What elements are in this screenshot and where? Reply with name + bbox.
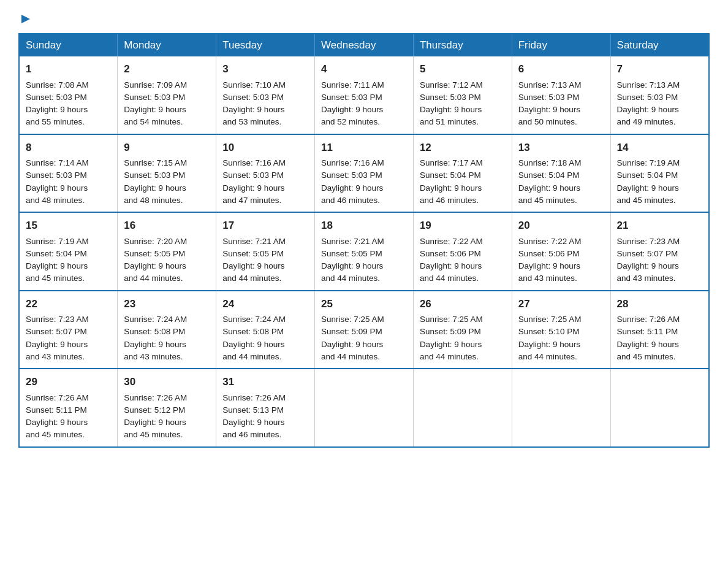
col-header-tuesday: Tuesday — [216, 34, 315, 56]
calendar-day-cell: 2 Sunrise: 7:09 AMSunset: 5:03 PMDayligh… — [118, 56, 216, 134]
day-number: 1 — [26, 61, 111, 77]
day-number: 19 — [420, 218, 506, 234]
calendar-day-cell: 30 Sunrise: 7:26 AMSunset: 5:12 PMDaylig… — [118, 369, 216, 447]
calendar-day-cell: 17 Sunrise: 7:21 AMSunset: 5:05 PMDaylig… — [216, 212, 315, 291]
day-number: 8 — [26, 140, 111, 156]
calendar-table: SundayMondayTuesdayWednesdayThursdayFrid… — [18, 33, 710, 448]
day-number: 28 — [617, 296, 702, 312]
day-number: 16 — [124, 218, 210, 234]
calendar-day-cell: 26 Sunrise: 7:25 AMSunset: 5:09 PMDaylig… — [413, 291, 512, 369]
day-number: 25 — [321, 296, 407, 312]
day-info: Sunrise: 7:16 AMSunset: 5:03 PMDaylight:… — [222, 158, 286, 205]
calendar-day-cell — [512, 369, 610, 447]
day-number: 2 — [124, 61, 210, 77]
day-info: Sunrise: 7:13 AMSunset: 5:03 PMDaylight:… — [617, 80, 680, 127]
calendar-day-cell: 28 Sunrise: 7:26 AMSunset: 5:11 PMDaylig… — [610, 291, 709, 369]
calendar-day-cell: 25 Sunrise: 7:25 AMSunset: 5:09 PMDaylig… — [315, 291, 414, 369]
day-number: 6 — [518, 61, 604, 77]
day-info: Sunrise: 7:22 AMSunset: 5:06 PMDaylight:… — [518, 237, 582, 283]
day-info: Sunrise: 7:23 AMSunset: 5:07 PMDaylight:… — [26, 315, 89, 361]
calendar-day-cell — [413, 369, 512, 447]
calendar-day-cell: 3 Sunrise: 7:10 AMSunset: 5:03 PMDayligh… — [216, 56, 315, 134]
calendar-day-cell: 12 Sunrise: 7:17 AMSunset: 5:04 PMDaylig… — [413, 134, 512, 213]
calendar-day-cell: 4 Sunrise: 7:11 AMSunset: 5:03 PMDayligh… — [315, 56, 414, 134]
day-info: Sunrise: 7:10 AMSunset: 5:03 PMDaylight:… — [222, 80, 286, 127]
calendar-day-cell: 9 Sunrise: 7:15 AMSunset: 5:03 PMDayligh… — [118, 134, 216, 213]
calendar-day-cell: 6 Sunrise: 7:13 AMSunset: 5:03 PMDayligh… — [512, 56, 610, 134]
day-info: Sunrise: 7:26 AMSunset: 5:11 PMDaylight:… — [617, 315, 680, 361]
day-info: Sunrise: 7:26 AMSunset: 5:11 PMDaylight:… — [26, 393, 89, 440]
calendar-day-cell: 13 Sunrise: 7:18 AMSunset: 5:04 PMDaylig… — [512, 134, 610, 213]
day-info: Sunrise: 7:18 AMSunset: 5:04 PMDaylight:… — [518, 158, 582, 205]
day-info: Sunrise: 7:11 AMSunset: 5:03 PMDaylight:… — [321, 80, 384, 127]
day-number: 5 — [420, 61, 506, 77]
day-info: Sunrise: 7:25 AMSunset: 5:10 PMDaylight:… — [518, 315, 582, 361]
calendar-week-row: 8 Sunrise: 7:14 AMSunset: 5:03 PMDayligh… — [19, 134, 709, 213]
day-number: 26 — [420, 296, 506, 312]
day-info: Sunrise: 7:21 AMSunset: 5:05 PMDaylight:… — [321, 237, 384, 283]
day-number: 17 — [222, 218, 308, 234]
day-info: Sunrise: 7:22 AMSunset: 5:06 PMDaylight:… — [420, 237, 483, 283]
day-info: Sunrise: 7:25 AMSunset: 5:09 PMDaylight:… — [321, 315, 384, 361]
day-number: 21 — [617, 218, 702, 234]
day-info: Sunrise: 7:26 AMSunset: 5:12 PMDaylight:… — [124, 393, 187, 440]
day-info: Sunrise: 7:14 AMSunset: 5:03 PMDaylight:… — [26, 158, 89, 205]
col-header-sunday: Sunday — [19, 34, 118, 56]
calendar-day-cell: 24 Sunrise: 7:24 AMSunset: 5:08 PMDaylig… — [216, 291, 315, 369]
calendar-header-row: SundayMondayTuesdayWednesdayThursdayFrid… — [19, 34, 709, 56]
col-header-wednesday: Wednesday — [315, 34, 414, 56]
day-info: Sunrise: 7:12 AMSunset: 5:03 PMDaylight:… — [420, 80, 483, 127]
day-number: 15 — [26, 218, 111, 234]
calendar-day-cell: 1 Sunrise: 7:08 AMSunset: 5:03 PMDayligh… — [19, 56, 118, 134]
calendar-day-cell: 22 Sunrise: 7:23 AMSunset: 5:07 PMDaylig… — [19, 291, 118, 369]
day-info: Sunrise: 7:24 AMSunset: 5:08 PMDaylight:… — [124, 315, 187, 361]
calendar-week-row: 1 Sunrise: 7:08 AMSunset: 5:03 PMDayligh… — [19, 56, 709, 134]
day-number: 29 — [26, 374, 111, 390]
day-number: 14 — [617, 140, 702, 156]
day-info: Sunrise: 7:26 AMSunset: 5:13 PMDaylight:… — [222, 393, 286, 440]
svg-marker-0 — [21, 15, 30, 23]
col-header-thursday: Thursday — [413, 34, 512, 56]
calendar-week-row: 15 Sunrise: 7:19 AMSunset: 5:04 PMDaylig… — [19, 212, 709, 291]
day-info: Sunrise: 7:13 AMSunset: 5:03 PMDaylight:… — [518, 80, 582, 127]
day-number: 10 — [222, 140, 308, 156]
day-number: 9 — [124, 140, 210, 156]
day-number: 4 — [321, 61, 407, 77]
day-number: 12 — [420, 140, 506, 156]
calendar-day-cell: 5 Sunrise: 7:12 AMSunset: 5:03 PMDayligh… — [413, 56, 512, 134]
day-info: Sunrise: 7:16 AMSunset: 5:03 PMDaylight:… — [321, 158, 384, 205]
day-info: Sunrise: 7:19 AMSunset: 5:04 PMDaylight:… — [617, 158, 680, 205]
day-info: Sunrise: 7:23 AMSunset: 5:07 PMDaylight:… — [617, 237, 680, 283]
day-number: 22 — [26, 296, 111, 312]
col-header-saturday: Saturday — [610, 34, 709, 56]
logo-arrow-icon — [20, 13, 31, 27]
calendar-day-cell: 14 Sunrise: 7:19 AMSunset: 5:04 PMDaylig… — [610, 134, 709, 213]
day-number: 31 — [222, 374, 308, 390]
calendar-day-cell: 31 Sunrise: 7:26 AMSunset: 5:13 PMDaylig… — [216, 369, 315, 447]
calendar-day-cell: 10 Sunrise: 7:16 AMSunset: 5:03 PMDaylig… — [216, 134, 315, 213]
day-info: Sunrise: 7:21 AMSunset: 5:05 PMDaylight:… — [222, 237, 286, 283]
day-number: 24 — [222, 296, 308, 312]
day-info: Sunrise: 7:25 AMSunset: 5:09 PMDaylight:… — [420, 315, 483, 361]
calendar-day-cell: 18 Sunrise: 7:21 AMSunset: 5:05 PMDaylig… — [315, 212, 414, 291]
day-number: 23 — [124, 296, 210, 312]
calendar-day-cell: 29 Sunrise: 7:26 AMSunset: 5:11 PMDaylig… — [19, 369, 118, 447]
calendar-day-cell: 7 Sunrise: 7:13 AMSunset: 5:03 PMDayligh… — [610, 56, 709, 134]
calendar-day-cell: 11 Sunrise: 7:16 AMSunset: 5:03 PMDaylig… — [315, 134, 414, 213]
day-number: 30 — [124, 374, 210, 390]
calendar-day-cell — [315, 369, 414, 447]
day-info: Sunrise: 7:09 AMSunset: 5:03 PMDaylight:… — [124, 80, 187, 127]
day-number: 7 — [617, 61, 702, 77]
calendar-week-row: 22 Sunrise: 7:23 AMSunset: 5:07 PMDaylig… — [19, 291, 709, 369]
calendar-day-cell: 20 Sunrise: 7:22 AMSunset: 5:06 PMDaylig… — [512, 212, 610, 291]
logo — [18, 12, 31, 27]
day-number: 11 — [321, 140, 407, 156]
day-number: 3 — [222, 61, 308, 77]
calendar-day-cell: 27 Sunrise: 7:25 AMSunset: 5:10 PMDaylig… — [512, 291, 610, 369]
day-number: 27 — [518, 296, 604, 312]
day-info: Sunrise: 7:24 AMSunset: 5:08 PMDaylight:… — [222, 315, 286, 361]
day-info: Sunrise: 7:08 AMSunset: 5:03 PMDaylight:… — [26, 80, 89, 127]
calendar-day-cell: 15 Sunrise: 7:19 AMSunset: 5:04 PMDaylig… — [19, 212, 118, 291]
calendar-day-cell: 21 Sunrise: 7:23 AMSunset: 5:07 PMDaylig… — [610, 212, 709, 291]
calendar-day-cell: 19 Sunrise: 7:22 AMSunset: 5:06 PMDaylig… — [413, 212, 512, 291]
